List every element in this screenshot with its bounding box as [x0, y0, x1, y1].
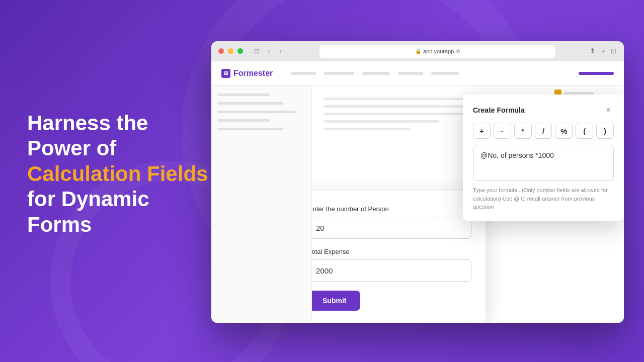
address-bar[interactable]: 🔒 app.yourapp.io [319, 45, 555, 58]
sidebar-bar-1 [217, 94, 270, 96]
skeleton-4 [324, 120, 439, 123]
header-cta-bar [579, 72, 614, 75]
nav-item-4[interactable] [398, 72, 423, 75]
left-text-block: Harness the Power of Calculation Fields … [27, 111, 208, 237]
op-open-paren[interactable]: ( [576, 123, 593, 139]
op-multiply[interactable]: * [514, 123, 532, 139]
app-main: Create Formula × + - * / % ( ) @No. of p… [312, 85, 624, 323]
browser-chrome: ⊡ ‹ › 🔒 app.yourapp.io ⬆ ＋ ⊡ [211, 41, 624, 61]
header-right [579, 72, 614, 75]
nav-back-icon[interactable]: ‹ [264, 47, 273, 56]
sidebar-bar-5 [217, 128, 283, 130]
formula-close-button[interactable]: × [603, 105, 614, 116]
formula-value: @No. of persons *1000 [480, 151, 554, 159]
new-tab-icon[interactable]: ＋ [600, 47, 607, 56]
sidebar-bar-2 [217, 102, 283, 105]
browser-dot-yellow[interactable] [228, 48, 233, 54]
url-text: app.yourapp.io [423, 48, 460, 54]
op-minus[interactable]: - [494, 123, 511, 139]
app-content: Formester [211, 61, 624, 323]
skeleton-3 [324, 113, 468, 115]
form-field1-label: Enter the number of Person [312, 205, 471, 213]
browser-nav-icons: ⊡ ‹ › [252, 47, 285, 56]
op-percent[interactable]: % [555, 123, 573, 139]
browser-actions: ⬆ ＋ ⊡ [590, 47, 617, 56]
app-sidebar [211, 85, 312, 323]
app-body: Create Formula × + - * / % ( ) @No. of p… [211, 85, 624, 323]
nav-forward-icon[interactable]: › [276, 47, 285, 56]
browser-dot-red[interactable] [218, 48, 224, 54]
headline-line4: Forms [27, 213, 92, 236]
app-header: Formester [211, 61, 624, 85]
skeleton-5 [324, 128, 411, 130]
headline-line2: Power of [27, 136, 116, 160]
formula-dialog-header: Create Formula × [473, 105, 614, 116]
form-card: Enter the number of Person Total Expense… [312, 191, 486, 323]
op-close-paren[interactable]: ) [596, 123, 614, 139]
share-icon[interactable]: ⬆ [590, 47, 596, 56]
header-nav [291, 72, 459, 75]
tab-bar-1 [564, 92, 594, 95]
tabs-icon[interactable]: ⊡ [611, 47, 617, 56]
nav-item-1[interactable] [291, 72, 316, 75]
submit-button[interactable]: Submit [312, 291, 360, 311]
formula-dialog-title: Create Formula [473, 106, 525, 114]
headline-line1: Harness the [27, 111, 148, 135]
headline-line3: for Dynamic [27, 187, 149, 211]
formula-hint: Type your formula.. (Only number fields … [473, 186, 614, 211]
lock-icon: 🔒 [415, 48, 421, 54]
app-logo-text: Formester [233, 69, 273, 78]
sidebar-bar-3 [217, 111, 297, 113]
browser-window: ⊡ ‹ › 🔒 app.yourapp.io ⬆ ＋ ⊡ Formester [211, 41, 624, 323]
formula-dialog: Create Formula × + - * / % ( ) @No. of p… [463, 95, 624, 221]
logo-icon [221, 69, 230, 78]
form-field2-label: Total Expense [312, 248, 471, 255]
sidebar-bar-4 [217, 119, 270, 122]
nav-pages-icon[interactable]: ⊡ [252, 47, 261, 56]
nav-item-2[interactable] [324, 72, 354, 75]
formula-operators: + - * / % ( ) [473, 123, 614, 139]
op-plus[interactable]: + [473, 123, 491, 139]
nav-item-3[interactable] [362, 72, 390, 75]
formula-input-area[interactable]: @No. of persons *1000 [473, 145, 614, 181]
headline-highlight: Calculation Fields [27, 162, 208, 186]
app-logo: Formester [221, 69, 273, 78]
form-field1-input[interactable] [312, 217, 471, 239]
nav-item-5[interactable] [431, 72, 459, 75]
browser-dot-green[interactable] [237, 48, 243, 54]
op-divide[interactable]: / [535, 123, 552, 139]
form-field2-input[interactable] [312, 259, 471, 282]
